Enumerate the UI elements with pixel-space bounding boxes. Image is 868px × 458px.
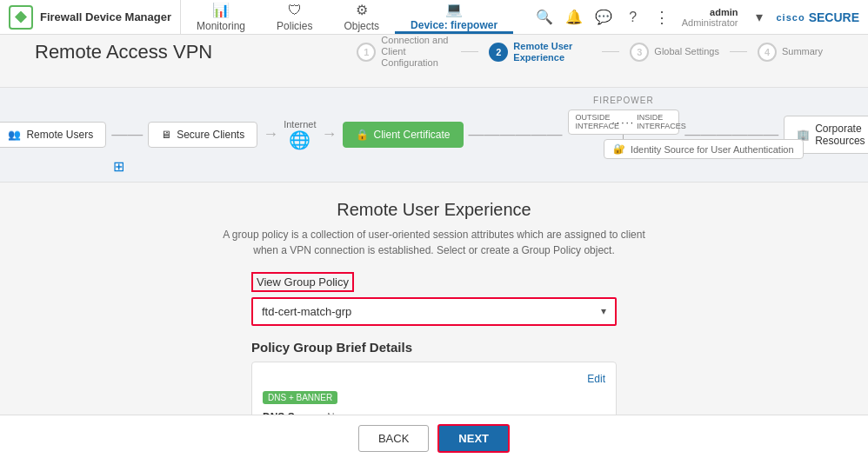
- wizard-step-3[interactable]: 3 Global Settings: [619, 43, 730, 62]
- firepower-label: FIREPOWER: [593, 96, 654, 105]
- cert-label: Client Certificate: [374, 129, 451, 141]
- firepower-dots: ·····: [612, 116, 636, 129]
- dns-badge: DNS + BANNER: [263, 391, 337, 404]
- nav-objects[interactable]: ⚙ Objects: [328, 0, 395, 34]
- step-connector-3: [730, 51, 747, 52]
- page-header: Remote Access VPN 1 Connection and Clien…: [0, 35, 868, 87]
- group-policy-label-row: View Group Policy: [251, 272, 617, 292]
- step-1-label: Connection and Client Configuration: [381, 35, 451, 70]
- remote-users-label: Remote Users: [26, 129, 93, 141]
- back-button[interactable]: BACK: [358, 425, 429, 452]
- step-4-label: Summary: [782, 46, 823, 57]
- logo-icon: [9, 5, 33, 30]
- admin-name: admin: [710, 7, 738, 17]
- wizard-step-1[interactable]: 1 Connection and Client Configuration: [346, 35, 461, 70]
- outside-interface-label: OUTSIDEINTERFACE: [576, 114, 611, 131]
- section-title: Remote User Experience: [35, 200, 833, 220]
- logo-shape: [15, 11, 27, 23]
- wizard-step-4[interactable]: 4 Summary: [747, 43, 833, 62]
- wizard-steps: 1 Connection and Client Configuration 2 …: [346, 35, 833, 70]
- cisco-logo: cisco: [777, 12, 805, 23]
- more-menu-button[interactable]: ⋮: [651, 4, 673, 30]
- edit-link[interactable]: Edit: [587, 373, 605, 385]
- secure-clients-label: Secure Clients: [177, 129, 244, 141]
- nav-device[interactable]: 💻 Device: firepower: [395, 0, 513, 34]
- step-2-circle: 2: [489, 43, 508, 62]
- diagram-client-cert[interactable]: 🔒 Client Certificate: [343, 122, 464, 148]
- diagram-arrow-3: →: [317, 125, 343, 143]
- alerts-button[interactable]: 🔔: [562, 5, 586, 30]
- step-connector-1: [461, 51, 478, 52]
- view-group-policy-label: View Group Policy: [251, 272, 354, 292]
- diagram-area: 👥 Remote Users —— 🖥 Secure Clients → Int…: [0, 87, 868, 183]
- admin-info: admin Administrator: [678, 7, 742, 28]
- content-section: Remote User Experience A group policy is…: [0, 183, 868, 452]
- internet-label: Internet: [284, 119, 316, 129]
- cisco-brand: cisco SECURE: [777, 10, 860, 24]
- nav-links: 📊 Monitoring 🛡 Policies ⚙ Objects 💻 Devi…: [181, 0, 513, 34]
- corporate-icon: 🏢: [797, 129, 810, 141]
- device-icon: 💻: [445, 1, 463, 17]
- group-policy-select-wrapper[interactable]: ftd-cert-match-grp ▾: [251, 297, 617, 326]
- diagram-secure-clients[interactable]: 🖥 Secure Clients: [148, 122, 257, 148]
- secure-clients-icon: 🖥: [161, 129, 171, 141]
- nav-policies[interactable]: 🛡 Policies: [261, 0, 328, 34]
- firepower-box: OUTSIDEINTERFACE ····· INSIDEINTERFACES: [568, 110, 680, 136]
- remote-users-icon: 👥: [8, 129, 21, 141]
- nav-monitoring[interactable]: 📊 Monitoring: [181, 0, 261, 34]
- chat-button[interactable]: 💬: [591, 5, 616, 30]
- internet-icon: 🌐: [289, 129, 310, 150]
- objects-label: Objects: [344, 20, 379, 32]
- secure-label: SECURE: [809, 10, 859, 24]
- group-policy-select[interactable]: ftd-cert-match-grp: [253, 299, 615, 324]
- diagram-arrow-4: ——————: [464, 125, 568, 143]
- diagram-arrow-1: ——: [106, 125, 148, 143]
- admin-role: Administrator: [682, 17, 738, 28]
- windows-icon-area: ⊞: [113, 158, 124, 175]
- inside-interface-label: INSIDEINTERFACES: [637, 114, 671, 131]
- app-logo: Firewall Device Manager: [9, 0, 181, 34]
- diagram-arrow-2: →: [257, 125, 284, 143]
- admin-dropdown-button[interactable]: ▾: [747, 5, 771, 30]
- search-button[interactable]: 🔍: [532, 5, 557, 30]
- wizard-step-2[interactable]: 2 Remote User Experience: [478, 41, 602, 63]
- identity-icon: 🔐: [613, 143, 625, 155]
- diagram-remote-users[interactable]: 👥 Remote Users: [0, 122, 106, 148]
- windows-icon: ⊞: [113, 159, 124, 174]
- diagram-firepower: FIREPOWER OUTSIDEINTERFACE ····· INSIDEI…: [568, 110, 680, 160]
- policies-icon: 🛡: [288, 3, 302, 18]
- cert-icon: 🔒: [356, 129, 369, 141]
- corporate-label: Corporate Resources: [815, 123, 865, 147]
- step-connector-2: [602, 51, 619, 52]
- objects-icon: ⚙: [356, 2, 368, 18]
- monitoring-label: Monitoring: [197, 20, 245, 32]
- next-button[interactable]: NEXT: [437, 424, 510, 453]
- section-description: A group policy is a collection of user-o…: [217, 227, 651, 258]
- bottom-bar: BACK NEXT: [0, 415, 868, 458]
- diagram-inner: 👥 Remote Users —— 🖥 Secure Clients → Int…: [52, 110, 816, 160]
- policy-brief-title: Policy Group Brief Details: [251, 340, 617, 355]
- help-button[interactable]: ?: [621, 5, 645, 30]
- step-2-label: Remote User Experience: [513, 41, 591, 63]
- app-title: Firewall Device Manager: [40, 10, 171, 23]
- identity-label: Identity Source for User Authentication: [631, 144, 794, 155]
- monitoring-icon: 📊: [212, 2, 230, 18]
- step-4-circle: 4: [758, 43, 777, 62]
- step-3-label: Global Settings: [654, 46, 719, 57]
- policies-label: Policies: [277, 20, 312, 32]
- top-navigation: Firewall Device Manager 📊 Monitoring 🛡 P…: [0, 0, 868, 35]
- step-3-circle: 3: [630, 43, 649, 62]
- step-1-circle: 1: [357, 43, 376, 62]
- page-title: Remote Access VPN: [35, 41, 212, 63]
- group-policy-box: View Group Policy ftd-cert-match-grp ▾: [251, 272, 617, 326]
- topnav-right: 🔍 🔔 💬 ? ⋮ admin Administrator ▾ cisco SE…: [532, 4, 859, 30]
- diagram-identity-source[interactable]: 🔐 Identity Source for User Authenticatio…: [604, 139, 804, 159]
- device-label: Device: firepower: [411, 19, 497, 31]
- policy-brief-top-row: Edit: [263, 373, 605, 385]
